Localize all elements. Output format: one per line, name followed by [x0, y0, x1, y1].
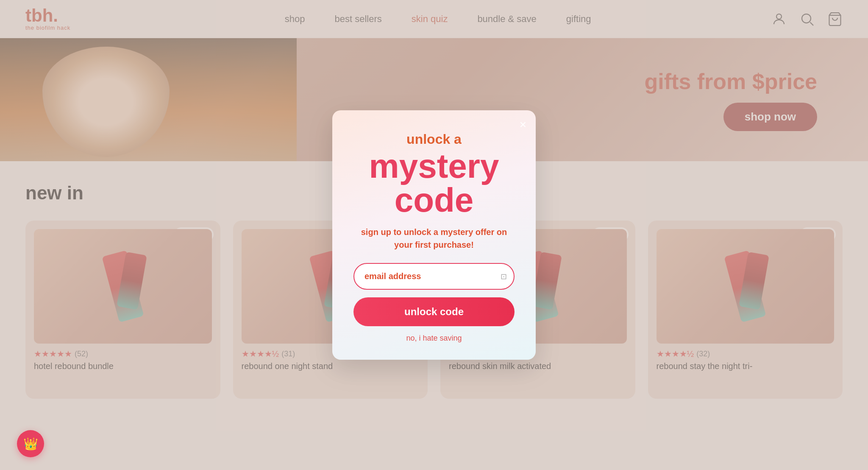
popup-modal: × unlock a mystery code sign up to unloc… — [332, 110, 536, 360]
modal-code-text: code — [353, 183, 515, 217]
email-autofill-icon: ⊡ — [501, 272, 507, 281]
email-input[interactable] — [353, 263, 515, 290]
modal-email-wrapper: ⊡ — [353, 263, 515, 290]
modal-mystery-text: mystery — [353, 149, 515, 183]
unlock-code-button[interactable]: unlock code — [353, 297, 515, 326]
modal-description: sign up to unlock a mystery offer on you… — [353, 226, 515, 251]
modal-unlock-a-text: unlock a — [353, 131, 515, 147]
crown-icon: 👑 — [23, 437, 38, 451]
modal-close-button[interactable]: × — [520, 118, 526, 131]
no-thanks-link[interactable]: no, i hate saving — [406, 334, 462, 342]
modal-overlay[interactable]: × unlock a mystery code sign up to unloc… — [0, 0, 868, 470]
crown-button[interactable]: 👑 — [17, 430, 44, 457]
